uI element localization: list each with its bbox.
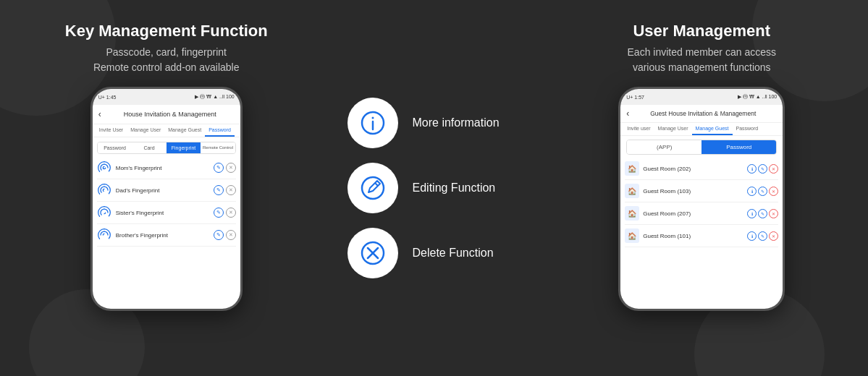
right-delete-icon-4[interactable]: ✕	[769, 231, 778, 241]
left-edit-icon-1[interactable]: ✎	[214, 163, 224, 173]
left-sub-tab-remote[interactable]: Remote Control	[201, 142, 235, 153]
right-sub-tab-password[interactable]: Password	[701, 140, 776, 154]
info-icon	[360, 110, 386, 136]
left-list-item: Brother's Fingerprint ✎ ✕	[97, 224, 236, 247]
left-tab-manage-user[interactable]: Manage User	[127, 124, 164, 137]
left-item-label-3: Sister's Fingerprint	[116, 210, 209, 216]
right-info-icon-2[interactable]: ℹ	[747, 187, 757, 196]
delete-circle	[347, 228, 398, 278]
left-phone-nav-bar: ‹ House Invitation & Management	[93, 105, 240, 124]
right-item-label-3: Guest Room (207)	[643, 210, 743, 217]
right-edit-icon-4[interactable]: ✎	[758, 231, 767, 241]
right-action-icons-4: ℹ ✎ ✕	[747, 231, 778, 241]
left-list-item: Sister's Fingerprint ✎ ✕	[97, 202, 236, 224]
left-section-title: Key Management Function	[65, 22, 268, 40]
left-tab-invite-user[interactable]: Invite User	[96, 124, 127, 137]
left-phone-nav-title: House Invitation & Management	[106, 111, 235, 118]
delete-label: Delete Function	[413, 247, 494, 260]
right-sub-tab-app[interactable]: (APP)	[627, 140, 701, 154]
right-phone-status-right: ▶ ⓜ ₩ ▲ ..ll 100	[738, 93, 777, 101]
right-list-item: 🏠 Guest Room (207) ℹ ✎ ✕	[625, 202, 778, 225]
left-phone-status-right: ▶ ⓜ ₩ ▲ ..ll 100	[195, 93, 234, 101]
left-tab-manage-guest[interactable]: Manage Guest	[164, 124, 205, 137]
right-item-label-2: Guest Room (103)	[643, 188, 743, 195]
left-action-icons-3: ✎ ✕	[214, 208, 236, 218]
right-info-icon-3[interactable]: ℹ	[747, 209, 757, 218]
left-edit-icon-2[interactable]: ✎	[214, 185, 224, 195]
guest-icon-2: 🏠	[625, 184, 639, 198]
editing-label: Editing Function	[413, 181, 496, 195]
left-delete-icon-1[interactable]: ✕	[226, 163, 236, 173]
right-phone-status-bar: U+ 1:57 ▶ ⓜ ₩ ▲ ..ll 100	[620, 89, 783, 105]
right-delete-icon-3[interactable]: ✕	[769, 209, 778, 218]
delete-icon	[360, 240, 386, 266]
right-phone-sub-tabs: (APP) Password	[626, 140, 777, 155]
left-phone-status-left: U+ 1:45	[98, 95, 117, 100]
fingerprint-icon-4	[97, 228, 111, 242]
right-phone-mockup: U+ 1:57 ▶ ⓜ ₩ ▲ ..ll 100 ‹ Guest House I…	[618, 87, 785, 311]
left-delete-icon-2[interactable]: ✕	[226, 185, 236, 195]
left-phone-sub-tabs: Password Card Fingerprint Remote Control	[97, 142, 236, 154]
left-list-item: Dad's Fingerprint ✎ ✕	[97, 179, 236, 202]
right-action-icons-1: ℹ ✎ ✕	[747, 164, 778, 174]
left-sub-tab-fingerprint[interactable]: Fingerprint	[167, 142, 201, 153]
fingerprint-icon-2	[97, 183, 111, 197]
left-item-label-1: Mom's Fingerprint	[116, 165, 209, 171]
right-section-subtitle: Each invited member can access various m…	[628, 45, 776, 75]
right-item-label-4: Guest Room (101)	[643, 233, 743, 239]
right-phone-nav-title: Guest House Invitation & Management	[629, 110, 777, 117]
left-phone-back-button[interactable]: ‹	[98, 109, 101, 119]
right-edit-icon-2[interactable]: ✎	[758, 187, 767, 196]
fingerprint-icon-3	[97, 205, 111, 220]
editing-function: Editing Function	[347, 163, 496, 213]
left-delete-icon-4[interactable]: ✕	[226, 230, 236, 240]
right-phone-nav-bar: ‹ Guest House Invitation & Management	[620, 105, 783, 123]
right-action-icons-2: ℹ ✎ ✕	[747, 187, 778, 196]
left-list-item: Mom's Fingerprint ✎ ✕	[97, 157, 236, 179]
right-phone-list: 🏠 Guest Room (202) ℹ ✎ ✕ 🏠 Guest Room (1…	[620, 158, 783, 309]
fingerprint-icon-1	[97, 161, 111, 175]
right-tab-manage-user[interactable]: Manage User	[654, 123, 692, 135]
right-list-item: 🏠 Guest Room (103) ℹ ✎ ✕	[625, 180, 778, 202]
left-tab-password[interactable]: Password	[205, 124, 235, 137]
svg-point-3	[362, 177, 384, 199]
right-edit-icon-1[interactable]: ✎	[758, 164, 767, 174]
right-tab-password[interactable]: Password	[733, 123, 762, 135]
right-item-label-1: Guest Room (202)	[643, 166, 743, 172]
more-info-function: More information	[347, 98, 500, 148]
right-section-title: User Management	[633, 22, 770, 40]
left-section-subtitle: Passcode, card, fingerprint Remote contr…	[93, 45, 240, 75]
left-sub-tab-password[interactable]: Password	[98, 142, 132, 153]
left-edit-icon-3[interactable]: ✎	[214, 208, 224, 218]
svg-point-2	[371, 117, 374, 119]
left-section: Key Management Function Passcode, card, …	[0, 0, 333, 376]
left-delete-icon-3[interactable]: ✕	[226, 208, 236, 218]
guest-icon-1: 🏠	[625, 161, 639, 176]
right-delete-icon-1[interactable]: ✕	[769, 164, 778, 174]
left-item-label-2: Dad's Fingerprint	[116, 187, 209, 194]
right-phone-tabs: Invite user Manage User Manage Guest Pas…	[620, 123, 783, 136]
right-info-icon-4[interactable]: ℹ	[747, 231, 757, 241]
right-list-item: 🏠 Guest Room (101) ℹ ✎ ✕	[625, 225, 778, 247]
left-sub-tab-card[interactable]: Card	[132, 142, 167, 153]
more-info-circle	[347, 98, 398, 148]
left-action-icons-4: ✎ ✕	[214, 230, 236, 240]
left-action-icons-1: ✎ ✕	[214, 163, 236, 173]
editing-circle	[347, 163, 398, 213]
right-phone-status-left: U+ 1:57	[626, 95, 644, 100]
right-delete-icon-2[interactable]: ✕	[769, 187, 778, 196]
middle-section: More information Editing Function	[333, 0, 536, 376]
left-action-icons-2: ✎ ✕	[214, 185, 236, 195]
right-list-item: 🏠 Guest Room (202) ℹ ✎ ✕	[625, 158, 778, 180]
right-tab-invite-user[interactable]: Invite user	[623, 123, 654, 135]
right-info-icon-1[interactable]: ℹ	[747, 164, 757, 174]
edit-icon	[360, 175, 386, 201]
right-tab-manage-guest[interactable]: Manage Guest	[692, 123, 733, 135]
left-phone-mockup: U+ 1:45 ▶ ⓜ ₩ ▲ ..ll 100 ‹ House Invitat…	[90, 87, 243, 311]
left-edit-icon-4[interactable]: ✎	[214, 230, 224, 240]
left-phone-list: Mom's Fingerprint ✎ ✕	[93, 157, 240, 309]
right-action-icons-3: ℹ ✎ ✕	[747, 209, 778, 218]
right-edit-icon-3[interactable]: ✎	[758, 209, 767, 218]
main-layout: Key Management Function Passcode, card, …	[0, 0, 868, 376]
delete-function: Delete Function	[347, 228, 494, 278]
